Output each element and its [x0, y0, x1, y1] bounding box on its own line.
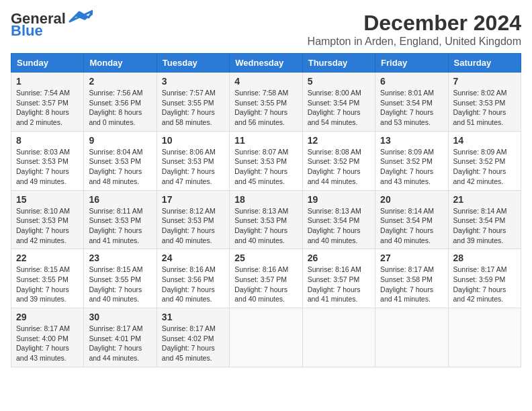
day-number: 18 [234, 194, 297, 205]
day-cell-21: 21Sunrise: 8:14 AMSunset: 3:54 PMDayligh… [448, 190, 521, 249]
day-info: Sunrise: 8:16 AMSunset: 3:56 PMDaylight:… [162, 265, 224, 304]
day-number: 23 [89, 253, 151, 263]
calendar-table: SundayMondayTuesdayWednesdayThursdayFrid… [11, 53, 521, 367]
day-cell-7: 7Sunrise: 8:02 AMSunset: 3:53 PMDaylight… [448, 73, 521, 132]
day-number: 2 [89, 76, 151, 87]
day-number: 15 [16, 194, 79, 205]
header-tuesday: Tuesday [157, 54, 229, 73]
day-info: Sunrise: 8:16 AMSunset: 3:57 PMDaylight:… [234, 265, 297, 304]
day-number: 16 [89, 194, 151, 205]
day-number: 14 [453, 135, 516, 146]
day-info: Sunrise: 8:02 AMSunset: 3:53 PMDaylight:… [453, 88, 516, 128]
day-cell-25: 25Sunrise: 8:16 AMSunset: 3:57 PMDayligh… [230, 249, 302, 308]
day-cell-6: 6Sunrise: 8:01 AMSunset: 3:54 PMDaylight… [375, 73, 448, 132]
logo: General Blue [11, 11, 93, 39]
day-info: Sunrise: 8:17 AMSunset: 3:59 PMDaylight:… [453, 265, 516, 304]
week-row-5: 29Sunrise: 8:17 AMSunset: 4:00 PMDayligh… [11, 308, 521, 367]
day-number: 30 [89, 312, 151, 322]
day-number: 1 [16, 76, 79, 87]
day-info: Sunrise: 7:57 AMSunset: 3:55 PMDaylight:… [162, 88, 224, 128]
title-area: December 2024 Hampton in Arden, England,… [308, 11, 521, 48]
empty-cell [230, 308, 302, 367]
day-cell-12: 12Sunrise: 8:08 AMSunset: 3:52 PMDayligh… [302, 131, 375, 190]
day-number: 24 [162, 253, 224, 263]
day-cell-9: 9Sunrise: 8:04 AMSunset: 3:53 PMDaylight… [84, 131, 157, 190]
location: Hampton in Arden, England, United Kingdo… [308, 36, 521, 48]
page-header: General Blue December 2024 Hampton in Ar… [11, 11, 521, 48]
day-number: 10 [162, 135, 224, 146]
day-info: Sunrise: 8:13 AMSunset: 3:53 PMDaylight:… [234, 206, 297, 246]
day-cell-8: 8Sunrise: 8:03 AMSunset: 3:53 PMDaylight… [11, 131, 84, 190]
header-saturday: Saturday [448, 54, 521, 73]
header-thursday: Thursday [302, 54, 375, 73]
day-cell-28: 28Sunrise: 8:17 AMSunset: 3:59 PMDayligh… [448, 249, 521, 308]
day-cell-2: 2Sunrise: 7:56 AMSunset: 3:56 PMDaylight… [84, 73, 157, 132]
day-info: Sunrise: 8:07 AMSunset: 3:53 PMDaylight:… [234, 147, 297, 187]
week-row-3: 15Sunrise: 8:10 AMSunset: 3:53 PMDayligh… [11, 190, 521, 249]
day-cell-30: 30Sunrise: 8:17 AMSunset: 4:01 PMDayligh… [84, 308, 157, 367]
day-info: Sunrise: 8:17 AMSunset: 4:01 PMDaylight:… [89, 324, 151, 363]
day-cell-15: 15Sunrise: 8:10 AMSunset: 3:53 PMDayligh… [11, 190, 84, 249]
calendar-header-row: SundayMondayTuesdayWednesdayThursdayFrid… [11, 54, 521, 73]
day-info: Sunrise: 8:17 AMSunset: 4:00 PMDaylight:… [16, 324, 79, 363]
day-cell-13: 13Sunrise: 8:09 AMSunset: 3:52 PMDayligh… [375, 131, 448, 190]
day-number: 3 [162, 76, 224, 87]
day-cell-29: 29Sunrise: 8:17 AMSunset: 4:00 PMDayligh… [11, 308, 84, 367]
header-wednesday: Wednesday [230, 54, 302, 73]
day-info: Sunrise: 8:13 AMSunset: 3:54 PMDaylight:… [308, 206, 370, 246]
day-number: 5 [308, 76, 370, 87]
day-info: Sunrise: 8:12 AMSunset: 3:53 PMDaylight:… [162, 206, 224, 246]
day-cell-23: 23Sunrise: 8:15 AMSunset: 3:55 PMDayligh… [84, 249, 157, 308]
day-info: Sunrise: 8:14 AMSunset: 3:54 PMDaylight:… [453, 206, 516, 246]
day-cell-11: 11Sunrise: 8:07 AMSunset: 3:53 PMDayligh… [230, 131, 302, 190]
day-number: 22 [16, 253, 79, 263]
day-cell-19: 19Sunrise: 8:13 AMSunset: 3:54 PMDayligh… [302, 190, 375, 249]
day-info: Sunrise: 8:15 AMSunset: 3:55 PMDaylight:… [16, 265, 79, 304]
day-info: Sunrise: 7:58 AMSunset: 3:55 PMDaylight:… [234, 88, 297, 128]
day-info: Sunrise: 8:09 AMSunset: 3:52 PMDaylight:… [453, 147, 516, 187]
day-info: Sunrise: 7:56 AMSunset: 3:56 PMDaylight:… [89, 88, 151, 128]
day-cell-24: 24Sunrise: 8:16 AMSunset: 3:56 PMDayligh… [157, 249, 229, 308]
day-info: Sunrise: 8:09 AMSunset: 3:52 PMDaylight:… [380, 147, 443, 187]
month-title: December 2024 [308, 11, 521, 36]
day-number: 19 [308, 194, 370, 205]
header-monday: Monday [84, 54, 157, 73]
week-row-2: 8Sunrise: 8:03 AMSunset: 3:53 PMDaylight… [11, 131, 521, 190]
day-number: 13 [380, 135, 443, 146]
day-cell-31: 31Sunrise: 8:17 AMSunset: 4:02 PMDayligh… [157, 308, 229, 367]
day-cell-14: 14Sunrise: 8:09 AMSunset: 3:52 PMDayligh… [448, 131, 521, 190]
day-cell-4: 4Sunrise: 7:58 AMSunset: 3:55 PMDaylight… [230, 73, 302, 132]
day-number: 7 [453, 76, 516, 87]
day-info: Sunrise: 8:16 AMSunset: 3:57 PMDaylight:… [308, 265, 370, 304]
day-number: 6 [380, 76, 443, 87]
day-number: 28 [453, 253, 516, 263]
day-cell-1: 1Sunrise: 7:54 AMSunset: 3:57 PMDaylight… [11, 73, 84, 132]
day-cell-20: 20Sunrise: 8:14 AMSunset: 3:54 PMDayligh… [375, 190, 448, 249]
header-sunday: Sunday [11, 54, 84, 73]
day-info: Sunrise: 8:17 AMSunset: 3:58 PMDaylight:… [380, 265, 443, 304]
logo-blue: Blue [11, 23, 43, 39]
day-cell-10: 10Sunrise: 8:06 AMSunset: 3:53 PMDayligh… [157, 131, 229, 190]
day-info: Sunrise: 8:10 AMSunset: 3:53 PMDaylight:… [16, 206, 79, 246]
day-cell-18: 18Sunrise: 8:13 AMSunset: 3:53 PMDayligh… [230, 190, 302, 249]
day-cell-26: 26Sunrise: 8:16 AMSunset: 3:57 PMDayligh… [302, 249, 375, 308]
day-info: Sunrise: 8:08 AMSunset: 3:52 PMDaylight:… [308, 147, 370, 187]
day-cell-5: 5Sunrise: 8:00 AMSunset: 3:54 PMDaylight… [302, 73, 375, 132]
empty-cell [448, 308, 521, 367]
day-number: 26 [308, 253, 370, 263]
empty-cell [375, 308, 448, 367]
week-row-1: 1Sunrise: 7:54 AMSunset: 3:57 PMDaylight… [11, 73, 521, 132]
day-info: Sunrise: 8:17 AMSunset: 4:02 PMDaylight:… [162, 324, 224, 363]
day-info: Sunrise: 7:54 AMSunset: 3:57 PMDaylight:… [16, 88, 79, 128]
day-cell-3: 3Sunrise: 7:57 AMSunset: 3:55 PMDaylight… [157, 73, 229, 132]
day-info: Sunrise: 8:03 AMSunset: 3:53 PMDaylight:… [16, 147, 79, 187]
day-info: Sunrise: 8:06 AMSunset: 3:53 PMDaylight:… [162, 147, 224, 187]
day-number: 11 [234, 135, 297, 146]
day-info: Sunrise: 8:14 AMSunset: 3:54 PMDaylight:… [380, 206, 443, 246]
day-cell-17: 17Sunrise: 8:12 AMSunset: 3:53 PMDayligh… [157, 190, 229, 249]
day-number: 25 [234, 253, 297, 263]
day-number: 27 [380, 253, 443, 263]
empty-cell [302, 308, 375, 367]
day-number: 9 [89, 135, 151, 146]
day-info: Sunrise: 8:11 AMSunset: 3:53 PMDaylight:… [89, 206, 151, 246]
